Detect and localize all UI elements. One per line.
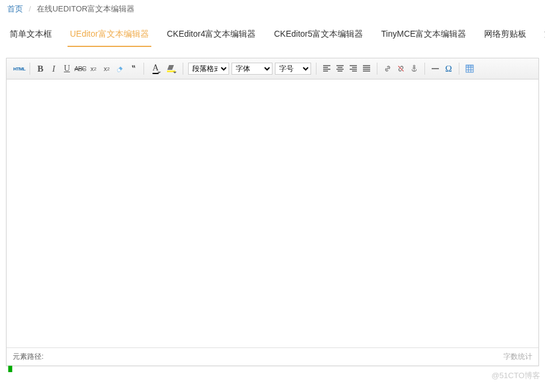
horizontal-rule-button[interactable] <box>429 62 442 75</box>
align-justify-icon <box>362 64 371 73</box>
chevron-down-icon <box>157 72 161 73</box>
align-right-button[interactable] <box>347 62 360 75</box>
align-right-icon <box>349 64 358 73</box>
tabs-nav: 简单文本框 UEditor富文本编辑器 CKEditor4富文本编辑器 CKEd… <box>0 18 545 47</box>
align-center-button[interactable] <box>333 62 347 75</box>
font-size-select[interactable]: 字号 <box>275 63 311 75</box>
tab-ckeditor5[interactable]: CKEditor5富文本编辑器 <box>272 24 366 47</box>
toolbar-separator <box>143 63 144 75</box>
tab-simple-textbox[interactable]: 简单文本框 <box>7 24 54 47</box>
toolbar-separator <box>316 63 317 75</box>
underline-button[interactable]: U <box>60 62 74 75</box>
svg-rect-2 <box>466 65 473 67</box>
unlink-icon <box>397 64 405 73</box>
insert-table-button[interactable] <box>463 62 476 75</box>
align-left-button[interactable] <box>320 62 333 75</box>
source-html-button[interactable]: HTML <box>13 62 26 75</box>
element-path-label: 元素路径: <box>13 352 43 362</box>
svg-point-0 <box>414 65 415 67</box>
superscript-button[interactable]: x2 <box>87 62 100 75</box>
align-justify-button[interactable] <box>360 62 373 75</box>
toolbar-separator <box>459 63 459 75</box>
anchor-icon <box>410 64 418 73</box>
word-count-button[interactable]: 字数统计 <box>503 352 532 362</box>
unlink-button[interactable] <box>394 62 408 75</box>
eraser-button[interactable] <box>113 62 127 75</box>
subscript-button[interactable]: x2 <box>100 62 113 75</box>
backcolor-button[interactable] <box>165 63 178 75</box>
editor-content-area[interactable] <box>7 79 538 347</box>
bold-button[interactable]: B <box>34 62 47 75</box>
toolbar-separator <box>377 63 377 75</box>
toolbar-separator <box>183 63 183 75</box>
paragraph-format-select[interactable]: 段落格式 <box>188 63 229 75</box>
editor-container: HTML B I U ABC x2 x2 ‟ A <box>6 58 539 366</box>
link-icon <box>383 64 392 73</box>
forecolor-button[interactable]: A <box>149 63 162 75</box>
horizontal-rule-icon <box>431 64 439 73</box>
tab-tinymce[interactable]: TinyMCE富文本编辑器 <box>379 24 468 47</box>
italic-button[interactable]: I <box>47 62 60 75</box>
breadcrumb-separator: / <box>29 4 31 13</box>
chevron-down-icon <box>173 72 177 73</box>
eraser-icon <box>116 64 124 73</box>
tab-ckeditor4[interactable]: CKEditor4富文本编辑器 <box>165 24 259 47</box>
breadcrumb-home-link[interactable]: 首页 <box>7 4 23 13</box>
font-family-select[interactable]: 字体 <box>232 63 272 75</box>
editor-statusbar: 元素路径: 字数统计 <box>7 347 538 366</box>
align-left-icon <box>323 64 331 73</box>
table-icon <box>465 64 474 73</box>
special-char-button[interactable]: Ω <box>442 62 455 75</box>
tab-textpai[interactable]: 文本派-极 <box>542 24 545 47</box>
breadcrumb: 首页 / 在线UEDITOR富文本编辑器 <box>0 0 545 18</box>
breadcrumb-current: 在线UEDITOR富文本编辑器 <box>37 4 134 13</box>
caret-indicator: ▮ <box>0 366 545 372</box>
blockquote-button[interactable]: ‟ <box>127 62 140 75</box>
strikethrough-button[interactable]: ABC <box>74 62 87 75</box>
align-center-icon <box>336 64 344 73</box>
toolbar-separator <box>30 63 30 75</box>
editor-toolbar: HTML B I U ABC x2 x2 ‟ A <box>7 58 538 79</box>
tab-clipboard[interactable]: 网络剪贴板 <box>482 24 529 47</box>
anchor-button[interactable] <box>408 62 421 75</box>
link-button[interactable] <box>381 62 394 75</box>
toolbar-separator <box>424 63 425 75</box>
tab-ueditor[interactable]: UEditor富文本编辑器 <box>68 24 151 47</box>
